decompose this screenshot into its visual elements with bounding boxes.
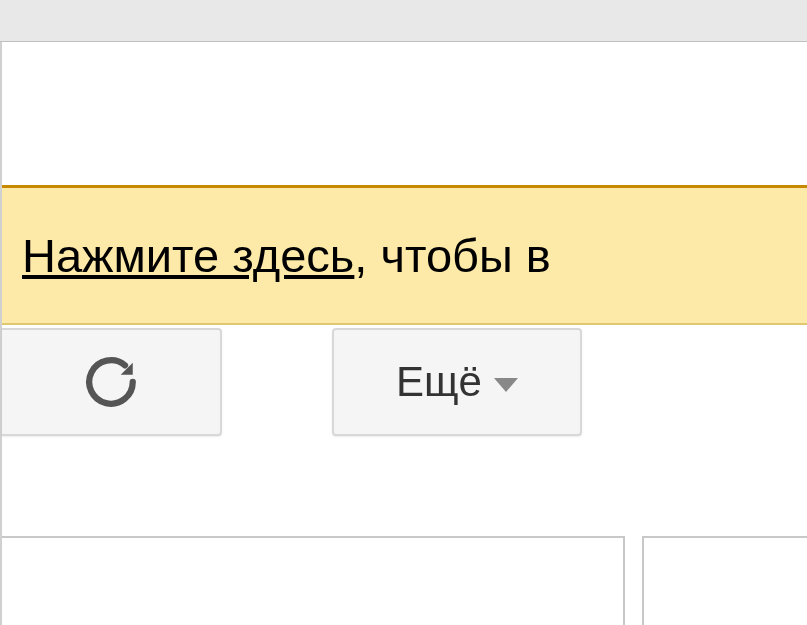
content-area: Нажмите здесь, чтобы в Ещё [0, 42, 807, 625]
more-label: Ещё [396, 358, 482, 406]
message-list-panel[interactable] [2, 536, 625, 625]
side-panel [642, 536, 807, 625]
notification-text: , чтобы в [354, 228, 550, 283]
refresh-button[interactable] [2, 328, 222, 436]
more-button[interactable]: Ещё [332, 328, 582, 436]
notification-bar: Нажмите здесь, чтобы в [2, 185, 807, 325]
browser-chrome [0, 0, 807, 42]
chevron-down-icon [494, 378, 518, 392]
refresh-icon [82, 353, 140, 411]
notification-link[interactable]: Нажмите здесь [22, 228, 354, 283]
toolbar: Ещё [2, 328, 807, 438]
